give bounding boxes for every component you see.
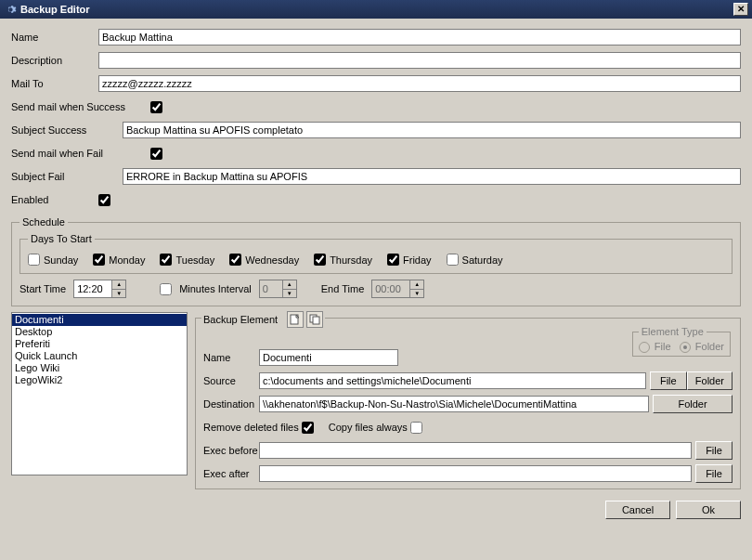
spin-down-icon: ▼ <box>409 290 423 298</box>
end-time-spinner: ▲▼ <box>371 280 424 298</box>
schedule-fieldset: Schedule Days To Start SundayMondayTuesd… <box>11 216 741 306</box>
be-source-input[interactable] <box>259 372 646 389</box>
ok-button[interactable]: Ok <box>676 501 741 519</box>
exec-after-input[interactable] <box>259 465 692 482</box>
exec-after-label: Exec after <box>203 468 259 479</box>
day-label: Wednesday <box>245 254 299 266</box>
copy-always-checkbox[interactable] <box>410 422 422 434</box>
enabled-checkbox[interactable] <box>98 194 110 206</box>
description-label: Description <box>11 55 98 66</box>
be-source-label: Source <box>203 375 259 386</box>
schedule-legend: Schedule <box>19 216 68 228</box>
be-name-label: Name <box>203 352 259 363</box>
day-option[interactable]: Tuesday <box>160 254 214 266</box>
day-label: Tuesday <box>175 254 214 266</box>
window-title: Backup Editor <box>20 4 90 15</box>
new-element-button[interactable] <box>287 311 304 328</box>
name-input[interactable] <box>98 29 741 46</box>
send-success-label: Send mail when Success <box>11 101 150 112</box>
elements-listbox[interactable]: DocumentiDesktopPreferitiQuick LaunchLeg… <box>11 312 188 475</box>
element-type-file-radio <box>639 342 650 353</box>
copy-always-label: Copy files always <box>329 422 408 433</box>
day-option[interactable]: Friday <box>387 254 432 266</box>
list-item[interactable]: Desktop <box>12 326 187 338</box>
source-folder-button[interactable]: Folder <box>687 371 733 390</box>
end-time-value <box>372 280 409 297</box>
svg-rect-2 <box>313 317 319 324</box>
element-type-folder-radio <box>680 342 691 353</box>
list-item[interactable]: Documenti <box>12 314 187 326</box>
description-input[interactable] <box>98 52 741 69</box>
source-file-button[interactable]: File <box>650 371 687 390</box>
day-option[interactable]: Monday <box>93 254 145 266</box>
subject-fail-input[interactable] <box>123 168 741 185</box>
days-legend: Days To Start <box>28 233 95 244</box>
day-label: Monday <box>109 254 145 266</box>
start-time-label: Start Time <box>19 283 66 294</box>
start-time-value[interactable] <box>74 280 111 297</box>
day-label: Sunday <box>44 254 78 266</box>
day-checkbox[interactable] <box>314 254 326 266</box>
gear-icon <box>4 3 17 16</box>
minutes-interval-label: Minutes Interval <box>179 283 252 294</box>
exec-before-file-button[interactable]: File <box>695 441 733 460</box>
be-destination-label: Destination <box>203 398 259 410</box>
enabled-label: Enabled <box>11 194 98 205</box>
be-destination-input[interactable] <box>259 396 649 412</box>
cancel-button[interactable]: Cancel <box>605 501 670 519</box>
day-label: Saturday <box>462 254 503 266</box>
element-type-fieldset: Element Type File Folder <box>632 326 731 357</box>
end-time-label: End Time <box>321 283 364 294</box>
remove-deleted-label: Remove deleted files <box>203 422 299 433</box>
day-checkbox[interactable] <box>160 254 172 266</box>
be-name-input[interactable] <box>259 349 398 366</box>
mailto-label: Mail To <box>11 78 98 89</box>
exec-after-file-button[interactable]: File <box>695 464 733 483</box>
subject-success-input[interactable] <box>123 122 741 138</box>
name-label: Name <box>11 32 98 43</box>
day-checkbox[interactable] <box>93 254 105 266</box>
spin-down-icon: ▼ <box>282 290 296 298</box>
day-option[interactable]: Saturday <box>447 254 503 266</box>
exec-before-label: Exec before <box>203 445 259 456</box>
spin-up-icon: ▲ <box>282 280 296 290</box>
backup-element-panel: Backup Element Element Type File <box>195 318 741 489</box>
day-option[interactable]: Sunday <box>28 254 78 266</box>
day-option[interactable]: Wednesday <box>229 254 299 266</box>
spin-up-icon[interactable]: ▲ <box>111 280 125 290</box>
day-checkbox[interactable] <box>387 254 399 266</box>
list-item[interactable]: Lego Wiki <box>12 362 187 374</box>
subject-success-label: Subject Success <box>11 124 123 136</box>
copy-element-button[interactable] <box>306 311 323 328</box>
subject-fail-label: Subject Fail <box>11 171 123 182</box>
element-type-file-label: File <box>655 341 671 352</box>
send-success-checkbox[interactable] <box>150 101 162 113</box>
days-fieldset: Days To Start SundayMondayTuesdayWednesd… <box>19 233 733 274</box>
element-type-legend: Element Type <box>639 326 707 337</box>
minutes-interval-spinner: ▲▼ <box>259 280 297 298</box>
day-option[interactable]: Thursday <box>314 254 372 266</box>
send-fail-label: Send mail when Fail <box>11 148 150 159</box>
exec-before-input[interactable] <box>259 442 692 459</box>
day-label: Thursday <box>330 254 372 266</box>
list-item[interactable]: Quick Launch <box>12 350 187 362</box>
element-type-folder-label: Folder <box>695 341 724 352</box>
day-checkbox[interactable] <box>28 254 40 266</box>
day-checkbox[interactable] <box>229 254 241 266</box>
list-item[interactable]: LegoWiki2 <box>12 374 187 386</box>
remove-deleted-checkbox[interactable] <box>302 422 314 434</box>
title-bar: Backup Editor ✕ <box>0 0 752 19</box>
minutes-interval-checkbox[interactable] <box>160 283 172 295</box>
spin-up-icon: ▲ <box>409 280 423 290</box>
send-fail-checkbox[interactable] <box>150 148 162 160</box>
day-checkbox[interactable] <box>447 254 459 266</box>
minutes-interval-value <box>260 280 282 297</box>
start-time-spinner[interactable]: ▲▼ <box>73 280 126 298</box>
day-label: Friday <box>403 254 432 266</box>
spin-down-icon[interactable]: ▼ <box>111 290 125 298</box>
list-item[interactable]: Preferiti <box>12 338 187 350</box>
destination-folder-button[interactable]: Folder <box>653 395 733 413</box>
mailto-input[interactable] <box>98 75 741 92</box>
close-button[interactable]: ✕ <box>733 3 748 16</box>
backup-element-legend: Backup Element <box>203 314 278 325</box>
